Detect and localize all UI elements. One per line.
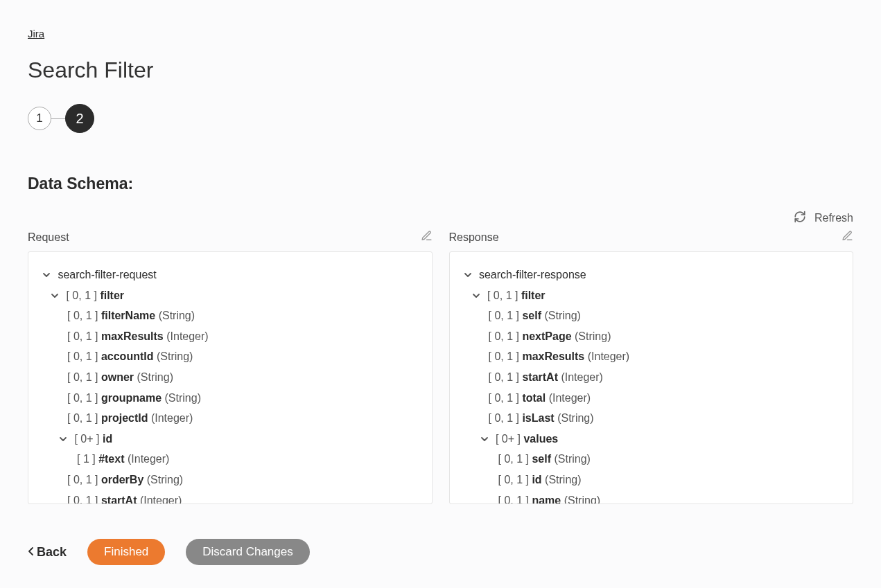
tree-leaf[interactable]: [ 0, 1 ] projectId (Integer) <box>67 408 419 429</box>
field-name: maxResults <box>522 350 584 362</box>
field-type: (String) <box>157 350 193 362</box>
tree-leaf[interactable]: [ 0, 1 ] total (Integer) <box>489 388 841 409</box>
tree-leaf[interactable]: [ 0, 1 ] startAt (Integer) <box>489 367 841 388</box>
edit-response-icon[interactable] <box>841 230 853 244</box>
cardinality: [ 0, 1 ] <box>498 453 529 465</box>
request-label: Request <box>28 231 69 244</box>
chevron-down-icon[interactable] <box>49 286 60 307</box>
field-type: (String) <box>137 371 173 383</box>
cardinality: [ 0, 1 ] <box>67 474 98 485</box>
field-type: (String) <box>545 474 581 485</box>
page-title: Search Filter <box>28 57 853 83</box>
tree-leaf[interactable]: [ 0, 1 ] name (String) <box>498 490 841 504</box>
tree-leaf[interactable]: [ 0, 1 ] owner (String) <box>67 367 419 388</box>
tree-leaf[interactable]: [ 0, 1 ] nextPage (String) <box>489 326 841 347</box>
node-name[interactable]: id <box>103 433 112 445</box>
cardinality: [ 0+ ] <box>496 433 521 445</box>
node-name[interactable]: filter <box>100 289 124 301</box>
chevron-left-icon <box>28 545 34 560</box>
step-2[interactable]: 2 <box>65 104 94 133</box>
chevron-down-icon[interactable] <box>41 265 52 286</box>
back-button[interactable]: Back <box>28 545 67 560</box>
tree-leaf[interactable]: [ 0, 1 ] filterName (String) <box>67 305 419 326</box>
field-name: nextPage <box>522 330 571 342</box>
stepper: 1 2 <box>28 104 853 133</box>
field-type: (Integer) <box>140 495 182 504</box>
tree-root-label[interactable]: search-filter-response <box>479 269 586 280</box>
tree-leaf[interactable]: [ 0, 1 ] accountId (String) <box>67 346 419 367</box>
discard-button[interactable]: Discard Changes <box>186 539 309 565</box>
refresh-icon <box>794 211 806 226</box>
cardinality: [ 0, 1 ] <box>66 289 96 301</box>
field-name: #text <box>98 453 124 465</box>
tree-leaf[interactable]: [ 0, 1 ] self (String) <box>498 449 841 470</box>
step-1[interactable]: 1 <box>28 107 51 130</box>
cardinality: [ 0, 1 ] <box>489 392 519 404</box>
field-name: filterName <box>101 310 155 321</box>
field-type: (Integer) <box>561 371 602 383</box>
tree-leaf[interactable]: [ 0, 1 ] orderBy (String) <box>67 470 419 490</box>
field-name: name <box>532 495 561 504</box>
tree-leaf[interactable]: [ 0, 1 ] maxResults (Integer) <box>489 346 841 367</box>
refresh-button[interactable]: Refresh <box>28 211 853 226</box>
cardinality: [ 0, 1 ] <box>487 289 518 301</box>
cardinality: [ 0, 1 ] <box>498 474 529 485</box>
field-type: (Integer) <box>128 453 169 465</box>
response-panel: search-filter-response [ 0, 1 ] filter [… <box>449 251 854 504</box>
refresh-label: Refresh <box>814 212 853 224</box>
cardinality: [ 0+ ] <box>74 433 99 445</box>
step-connector <box>51 118 65 119</box>
field-name: self <box>532 453 551 465</box>
field-name: maxResults <box>101 330 164 342</box>
tree-leaf[interactable]: [ 0, 1 ] startAt (Integer) <box>67 490 419 504</box>
cardinality: [ 0, 1 ] <box>67 412 98 424</box>
response-label: Response <box>449 231 499 244</box>
chevron-down-icon[interactable] <box>462 265 473 286</box>
field-name: groupname <box>101 392 162 404</box>
chevron-down-icon[interactable] <box>479 429 490 450</box>
chevron-down-icon[interactable] <box>471 286 482 307</box>
tree-leaf[interactable]: [ 0, 1 ] self (String) <box>489 305 841 326</box>
edit-request-icon[interactable] <box>421 230 433 244</box>
field-type: (Integer) <box>588 350 629 362</box>
field-name: id <box>532 474 541 485</box>
tree-leaf[interactable]: [ 1 ] #text (Integer) <box>77 449 419 470</box>
cardinality: [ 0, 1 ] <box>67 350 98 362</box>
finished-button[interactable]: Finished <box>87 539 165 565</box>
cardinality: [ 0, 1 ] <box>489 330 519 342</box>
cardinality: [ 0, 1 ] <box>67 330 98 342</box>
node-name[interactable]: filter <box>521 289 546 301</box>
field-name: self <box>522 310 541 321</box>
cardinality: [ 0, 1 ] <box>489 350 519 362</box>
field-type: (String) <box>159 310 195 321</box>
tree-root-label[interactable]: search-filter-request <box>58 269 156 280</box>
cardinality: [ 0, 1 ] <box>67 371 98 383</box>
tree-leaf[interactable]: [ 0, 1 ] maxResults (Integer) <box>67 326 419 347</box>
request-column: Request search-filter-request [ 0, 1 ] f… <box>28 230 433 504</box>
cardinality: [ 1 ] <box>77 453 96 465</box>
field-name: startAt <box>101 495 137 504</box>
field-type: (Integer) <box>166 330 208 342</box>
field-type: (String) <box>544 310 580 321</box>
request-panel: search-filter-request [ 0, 1 ] filter [ … <box>28 251 433 504</box>
breadcrumb-jira[interactable]: Jira <box>28 28 44 39</box>
field-name: orderBy <box>101 474 143 485</box>
field-type: (String) <box>557 412 593 424</box>
field-type: (Integer) <box>549 392 591 404</box>
response-column: Response search-filter-response [ 0, 1 ]… <box>449 230 854 504</box>
cardinality: [ 0, 1 ] <box>498 495 529 504</box>
field-name: isLast <box>522 412 554 424</box>
chevron-down-icon[interactable] <box>58 429 69 450</box>
field-type: (String) <box>554 453 590 465</box>
tree-leaf[interactable]: [ 0, 1 ] id (String) <box>498 470 841 490</box>
cardinality: [ 0, 1 ] <box>489 310 519 321</box>
tree-leaf[interactable]: [ 0, 1 ] isLast (String) <box>489 408 841 429</box>
cardinality: [ 0, 1 ] <box>67 495 98 504</box>
field-type: (String) <box>147 474 183 485</box>
section-title: Data Schema: <box>28 175 853 193</box>
cardinality: [ 0, 1 ] <box>67 310 98 321</box>
field-type: (String) <box>564 495 600 504</box>
tree-leaf[interactable]: [ 0, 1 ] groupname (String) <box>67 388 419 409</box>
cardinality: [ 0, 1 ] <box>489 412 519 424</box>
node-name[interactable]: values <box>523 433 558 445</box>
